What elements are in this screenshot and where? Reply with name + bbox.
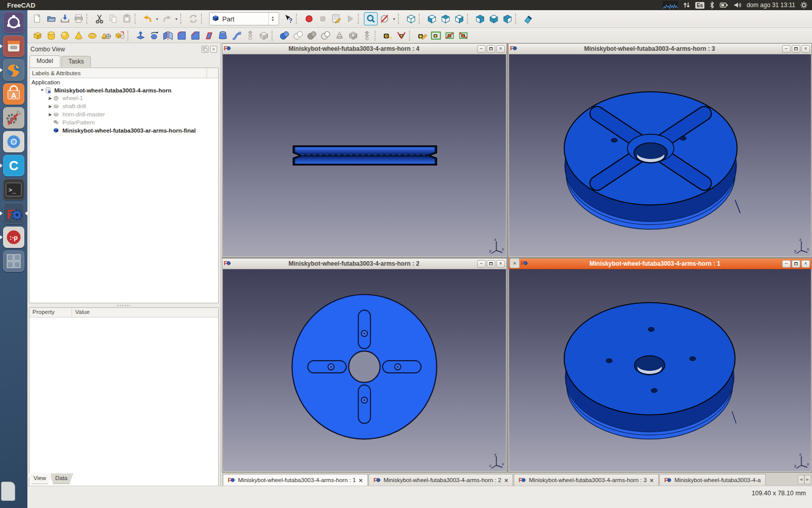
tree-item-wheel-1[interactable]: ▶wheel-1: [29, 94, 218, 103]
3d-viewport-1[interactable]: z y x: [509, 269, 811, 471]
maximize-button[interactable]: [487, 260, 495, 268]
offset-3d-icon[interactable]: [346, 29, 360, 42]
maximize-button[interactable]: [792, 45, 800, 53]
expander-closed-icon[interactable]: ▶: [48, 96, 53, 101]
primitive-sphere-icon[interactable]: [58, 29, 72, 42]
dropdown-arrow-icon[interactable]: ▾: [391, 12, 397, 25]
cut-icon[interactable]: [92, 12, 106, 25]
tab-close-icon[interactable]: ×: [359, 477, 363, 484]
refresh-icon[interactable]: [186, 12, 200, 25]
minimize-button[interactable]: −: [782, 260, 791, 268]
3d-viewport-3[interactable]: z y x: [509, 54, 811, 257]
subwindow-4-titlebar[interactable]: F Miniskybot-wheel-futaba3003-4-arms-hor…: [222, 44, 506, 54]
launcher-item-smiley-app[interactable]: :-p: [0, 225, 27, 249]
updown-arrows-icon[interactable]: [683, 0, 691, 10]
view-left-icon[interactable]: [500, 12, 514, 25]
measure-toggle-3d-icon[interactable]: [443, 29, 456, 42]
redo-icon[interactable]: [160, 12, 174, 25]
sweep-icon[interactable]: [229, 29, 243, 42]
launcher-item-partial[interactable]: [1, 482, 15, 501]
close-button[interactable]: ×: [496, 45, 505, 53]
primitive-box-icon[interactable]: [30, 29, 44, 42]
dropdown-arrow-icon[interactable]: ▾: [154, 12, 160, 25]
panel-float-icon[interactable]: [201, 46, 209, 53]
create-primitives-icon[interactable]: [99, 29, 113, 42]
chamfer-icon[interactable]: [188, 29, 202, 42]
session-gear-icon[interactable]: [800, 0, 808, 10]
copy-icon[interactable]: [106, 12, 120, 25]
view-bottom-icon[interactable]: [487, 12, 500, 25]
subwindow-3-titlebar[interactable]: F Miniskybot-wheel-futaba3003-4-arms-hor…: [509, 44, 811, 54]
undo-icon[interactable]: [141, 12, 154, 25]
minimize-button[interactable]: −: [477, 45, 486, 53]
tab-tasks[interactable]: Tasks: [61, 56, 91, 67]
tab-close-icon[interactable]: ×: [504, 477, 509, 484]
tree-item-miniskybot-wheel-futaba3003-ar-arms-horn[interactable]: Miniskybot-wheel-futaba3003-ar-arms-horn…: [29, 126, 218, 135]
launcher-item-freecad[interactable]: F: [0, 201, 27, 225]
primitive-torus-icon[interactable]: [85, 29, 99, 42]
value-column-header[interactable]: Value: [72, 308, 218, 317]
dropdown-arrow-icon[interactable]: ▾: [174, 12, 179, 25]
document-tab-1[interactable]: F Miniskybot-wheel-futaba3003-4-arms-hor…: [223, 474, 368, 486]
tab-scroll-right-icon[interactable]: ▶: [804, 475, 811, 484]
whats-this-icon[interactable]: ?: [281, 12, 295, 25]
shape-builder-icon[interactable]: [113, 29, 126, 42]
ruled-surface-icon[interactable]: [202, 29, 216, 42]
mirror-icon[interactable]: [161, 29, 175, 42]
expander-open-icon[interactable]: ▼: [40, 88, 45, 92]
close-button[interactable]: ×: [801, 260, 810, 268]
subwindow-1-titlebar[interactable]: F Miniskybot-wheel-futaba3003-4-arms-hor…: [509, 259, 811, 269]
launcher-item-dash-home[interactable]: [0, 10, 27, 34]
tree-item-shaft-drill[interactable]: ▶shaft-drill: [29, 102, 218, 110]
view-right-icon[interactable]: [452, 12, 466, 25]
panel-close-icon[interactable]: ×: [210, 46, 217, 53]
tree-item-miniskybot-wheel-futaba3003-4-arms-horn[interactable]: ▼Miniskybot-wheel-futaba3003-4-arms-horn: [29, 86, 218, 94]
expander-closed-icon[interactable]: ▶: [48, 104, 53, 109]
document-tab-3[interactable]: F Miniskybot-wheel-futaba3003-4-arms-hor…: [514, 474, 659, 486]
offset-icon[interactable]: [243, 29, 257, 42]
close-button[interactable]: ×: [801, 45, 810, 53]
view-front-icon[interactable]: [425, 12, 438, 25]
loft-icon[interactable]: [216, 29, 229, 42]
tree-item-polarpattern[interactable]: PolarPattern: [29, 118, 218, 126]
launcher-item-file-manager[interactable]: [0, 34, 27, 58]
launcher-item-terminal[interactable]: >_: [0, 177, 27, 201]
3d-viewport-4[interactable]: z y x: [223, 54, 506, 257]
minimize-button[interactable]: −: [782, 45, 791, 53]
spinner-arrows-icon[interactable]: ▲▼: [268, 13, 277, 25]
measure-clear-all-icon[interactable]: [415, 29, 429, 42]
battery-icon[interactable]: [720, 0, 729, 10]
fillet-icon[interactable]: [175, 29, 188, 42]
volume-icon[interactable]: [733, 0, 742, 10]
tab-model[interactable]: Model: [29, 55, 60, 67]
view-rear-icon[interactable]: [473, 12, 487, 25]
thickness-icon[interactable]: [257, 29, 270, 42]
measure-toggle-all-icon[interactable]: [429, 29, 443, 42]
subwindow-2-titlebar[interactable]: F Miniskybot-wheel-futaba3003-4-arms-hor…: [222, 259, 506, 269]
document-tab-2[interactable]: F Miniskybot-wheel-futaba3003-4-arms-hor…: [368, 474, 514, 486]
paste-icon[interactable]: [120, 12, 133, 25]
launcher-item-software-center[interactable]: A: [0, 82, 27, 106]
measure-linear-icon[interactable]: [381, 29, 394, 42]
macro-edit-icon[interactable]: [329, 12, 343, 25]
measure-angular-icon[interactable]: [394, 29, 408, 42]
bluetooth-icon[interactable]: [709, 0, 715, 10]
view-top-icon[interactable]: [438, 12, 452, 25]
measure-toggle-delta-icon[interactable]: [456, 29, 470, 42]
macro-record-icon[interactable]: [302, 12, 316, 25]
tab-view[interactable]: View: [28, 473, 52, 484]
keyboard-layout-indicator[interactable]: Es: [695, 0, 704, 10]
launcher-item-system-settings[interactable]: [0, 106, 27, 130]
expander-closed-icon[interactable]: ▶: [48, 112, 53, 117]
boolean-common-icon[interactable]: [291, 29, 305, 42]
primitive-cone-icon[interactable]: [72, 29, 85, 42]
property-column-header[interactable]: Property: [29, 308, 72, 317]
launcher-item-workspace-switcher[interactable]: [0, 249, 27, 273]
new-document-icon[interactable]: [30, 12, 44, 25]
extrude-icon[interactable]: [133, 29, 147, 42]
background-window-close-button[interactable]: ×: [510, 258, 520, 268]
cross-sections-icon[interactable]: [332, 29, 346, 42]
save-document-icon[interactable]: [58, 12, 72, 25]
close-button[interactable]: ×: [496, 260, 505, 268]
tab-data[interactable]: Data: [50, 473, 73, 484]
